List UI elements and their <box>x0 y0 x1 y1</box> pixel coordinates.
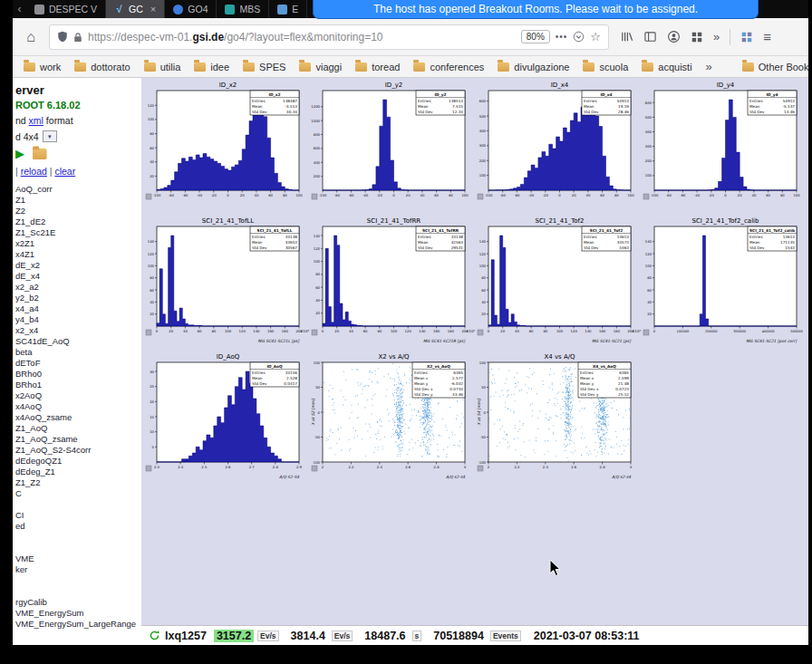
bookmark-utilia[interactable]: utilia <box>144 62 181 72</box>
lock-icon[interactable] <box>73 32 82 43</box>
tab-despec-v[interactable]: DESPEC V <box>26 0 106 18</box>
bookmark-toread[interactable]: toread <box>355 62 400 72</box>
mouse-cursor <box>549 559 562 581</box>
svg-text:Std Dev y: Std Dev y <box>414 392 433 397</box>
page-actions-icon[interactable]: ••• <box>556 32 568 42</box>
home-icon[interactable]: ⌂ <box>22 30 40 44</box>
svg-text:Std Dev: Std Dev <box>584 245 599 250</box>
reload-link[interactable]: reload <box>21 166 47 177</box>
tree-item-Z2[interactable]: Z2 <box>15 206 141 217</box>
tree-item-ker[interactable]: ker <box>15 564 141 575</box>
tree-item-beta[interactable]: beta <box>15 347 141 358</box>
tree-item-AoQ_corr[interactable]: AoQ_corr <box>15 184 141 195</box>
tab-gc[interactable]: √GC× <box>106 0 165 18</box>
svg-text:80: 80 <box>150 131 154 136</box>
tree-item-Z1[interactable]: Z1 <box>15 195 141 206</box>
url-bar[interactable]: https://despec-vm-01.gsi.de/go4/?layout=… <box>49 24 609 50</box>
plot-panel-x4-vs-a-q[interactable]: X4 vs A/Q-100-5005010022.22.42.62.83A/Q … <box>476 351 642 487</box>
sidebar-toggle-icon[interactable] <box>643 30 657 43</box>
plot-panel-sci-21-41-tof2-calib[interactable]: SCI_21_41_Tof2_calib20406080100120140010… <box>642 216 807 351</box>
tree-item-dE_x4[interactable]: dE_x4 <box>15 271 141 282</box>
open-folder-icon[interactable] <box>33 149 47 159</box>
tree-item-Z1_AoQ_S2-S4corr[interactable]: Z1_AoQ_S2-S4corr <box>15 445 141 456</box>
plot-panel-id-aoq[interactable]: ID_AoQ510152025302.32.42.52.62.72.82.9A/… <box>144 351 310 487</box>
tab-e[interactable]: E <box>269 0 307 18</box>
tree-item-dEToF[interactable]: dEToF <box>15 358 141 369</box>
layout-select[interactable]: ▾ <box>43 130 57 142</box>
plot-panel-id-y2[interactable]: ID_y220040060080010001200-100-80-60-40-2… <box>310 80 476 216</box>
bookmark-idee[interactable]: idee <box>194 62 229 72</box>
tree-item-x2_a2[interactable]: x2_a2 <box>15 282 141 293</box>
tab-scroll-left-icon[interactable]: ‹ <box>13 0 26 18</box>
svg-text:20: 20 <box>150 399 154 404</box>
plot-panel-sci-21-41-tof2[interactable]: SCI_21_41_Tof220406080100120140020406080… <box>476 216 642 351</box>
tree-item-x4AoQ[interactable]: x4AoQ <box>15 401 141 412</box>
plot-panel-sci-21-41-tofrr[interactable]: SCI_21_41_TofRR2040608010012014002040608… <box>310 216 476 351</box>
shield-icon[interactable] <box>57 31 68 43</box>
tree-item-y2_b2[interactable]: y2_b2 <box>15 293 141 303</box>
tree-item-x2AoQ[interactable]: x2AoQ <box>15 390 141 401</box>
plot-panel-sci-21-41-tofll[interactable]: SCI_21_41_TofLL2040608010012014002040608… <box>144 216 310 351</box>
tree-item-VME_EnergySum[interactable]: VME_EnergySum <box>15 608 141 619</box>
bookmark-SPES[interactable]: SPES <box>243 62 285 72</box>
tree-item-x2Z1[interactable]: x2Z1 <box>15 238 141 249</box>
tree-item-CI[interactable]: CI <box>15 510 141 521</box>
tree-item-Z1_AoQ[interactable]: Z1_AoQ <box>15 423 141 434</box>
bookmark-work[interactable]: work <box>24 62 61 72</box>
tree-item-VME_EnergySum_LargeRange[interactable]: VME_EnergySum_LargeRange <box>15 619 141 630</box>
tree-item-Z1_dE2[interactable]: Z1_dE2 <box>15 217 141 227</box>
tree-item-VME[interactable]: VME <box>15 553 141 564</box>
start-monitoring-icon[interactable]: ▶ <box>15 148 24 159</box>
plot-panel-id-x2[interactable]: ID_x220406080100120-100-80-60-40-2002040… <box>144 80 310 216</box>
tree-item-Z1_Sc21E[interactable]: Z1_Sc21E <box>15 227 141 238</box>
tree-item-x4AoQ_zsame[interactable]: x4AoQ_zsame <box>15 412 141 423</box>
other-bookmarks[interactable]: Other Bookmarks <box>742 62 808 72</box>
nav-toolbar: ⌂ https://despec-vm-01.gsi.de/go4/?layou… <box>13 18 808 56</box>
svg-text:MG SC41-SC21 [pos corr]: MG SC41-SC21 [pos corr] <box>746 339 798 343</box>
clear-link[interactable]: clear <box>54 166 75 177</box>
grid-icon[interactable] <box>691 31 703 43</box>
svg-text:5: 5 <box>152 445 155 449</box>
tree-item-Z1_AoQ_zsame[interactable]: Z1_AoQ_zsame <box>15 434 141 445</box>
refresh-icon[interactable] <box>149 630 160 641</box>
pocket-icon[interactable] <box>573 31 585 43</box>
zoom-indicator[interactable]: 80% <box>521 30 550 43</box>
tab-mbs[interactable]: MBS <box>217 0 269 18</box>
tree-item-Z1_Z2[interactable]: Z1_Z2 <box>15 477 141 488</box>
overflow-chevron-icon[interactable]: » <box>713 30 720 43</box>
bookmark-acquisti[interactable]: acquisti <box>642 62 691 72</box>
zoom-breakout-banner[interactable]: The host has opened Breakout Rooms. Plea… <box>313 0 759 19</box>
bookmark-star-icon[interactable]: ☆ <box>590 31 601 43</box>
plot-panel-x2-vs-a-q[interactable]: X2 vs A/Q-100-5005010022.22.42.62.83A/Q … <box>310 351 476 487</box>
account-icon[interactable] <box>667 30 681 43</box>
extension-icon[interactable] <box>740 31 753 43</box>
tree-item-x2_x4[interactable]: x2_x4 <box>15 325 141 336</box>
tree-item-dEdeg_Z1[interactable]: dEdeg_Z1 <box>15 467 141 477</box>
library-icon[interactable] <box>620 30 633 43</box>
tree-item-ed[interactable]: ed <box>15 521 141 532</box>
plot-panel-id-x4[interactable]: ID_x4100200300400500600-100-80-60-40-200… <box>476 80 642 216</box>
bookmark-conferences[interactable]: conferences <box>413 62 484 72</box>
tab-close-icon[interactable]: × <box>150 4 156 14</box>
bookmark-divulgazione[interactable]: divulgazione <box>498 62 569 72</box>
tree-item-rgyCalib[interactable]: rgyCalib <box>15 597 141 608</box>
tree-item-C[interactable]: C <box>15 488 141 499</box>
tree-item-BRho0[interactable]: BRho0 <box>15 369 141 380</box>
plot-panel-id-y4[interactable]: ID_y4100200300400500600-100-80-60-40-200… <box>642 80 807 216</box>
tree-item-x4_a4[interactable]: x4_a4 <box>15 303 141 314</box>
svg-text:Mean y: Mean y <box>580 381 594 386</box>
tree-item-x4Z1[interactable]: x4Z1 <box>15 249 141 260</box>
menu-icon[interactable]: ≡ <box>763 29 771 44</box>
tab-go4[interactable]: GO4 <box>165 0 217 18</box>
tree-item-BRho1[interactable]: BRho1 <box>15 380 141 390</box>
bookmarks-overflow-icon[interactable]: » <box>706 60 712 73</box>
tree-item-dEdegoQZ1[interactable]: dEdegoQZ1 <box>15 456 141 467</box>
xml-link[interactable]: xml <box>29 115 44 126</box>
svg-text:2.9: 2.9 <box>296 465 303 469</box>
bookmark-viaggi[interactable]: viaggi <box>299 62 342 72</box>
bookmark-scuola[interactable]: scuola <box>583 62 628 72</box>
bookmark-dottorato[interactable]: dottorato <box>74 62 130 72</box>
tree-item-SC41dE_AoQ[interactable]: SC41dE_AoQ <box>15 336 141 347</box>
tree-item-dE_x2[interactable]: dE_x2 <box>15 260 141 271</box>
tree-item-y4_b4[interactable]: y4_b4 <box>15 314 141 325</box>
